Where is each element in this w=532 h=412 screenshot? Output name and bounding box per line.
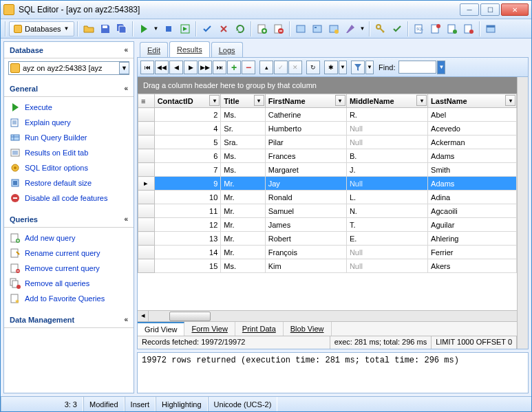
rollback-button[interactable]: ✕ — [288, 61, 302, 74]
chevron-down-icon[interactable]: ▼ — [119, 62, 129, 74]
tool3-button[interactable] — [326, 21, 341, 36]
sql2-button[interactable] — [428, 21, 443, 36]
tool1-button[interactable] — [293, 21, 308, 36]
table-row[interactable]: 10Mr.RonaldL.Adina — [138, 191, 517, 204]
find-dropdown[interactable]: ▼ — [437, 61, 445, 74]
cell-lastname[interactable]: Adams — [428, 149, 517, 163]
cell-contactid[interactable]: 13 — [154, 232, 221, 246]
sidebar-item-add-new-query[interactable]: Add new query — [8, 230, 129, 246]
cell-lastname[interactable]: Abel — [428, 108, 517, 122]
row-header[interactable] — [138, 204, 155, 218]
cell-middlename[interactable]: E. — [346, 232, 427, 246]
cell-contactid[interactable]: 5 — [154, 135, 221, 149]
cell-contactid[interactable]: 9 — [154, 177, 221, 191]
row-header[interactable] — [138, 149, 155, 163]
table-row[interactable]: ▸9Mr.JayNullAdams — [138, 177, 517, 191]
table-row[interactable]: 11Mr.SamuelN.Agcaoili — [138, 204, 517, 218]
column-header-title[interactable]: Title▾ — [221, 94, 265, 108]
cell-firstname[interactable]: Catherine — [265, 108, 346, 122]
tool4-dropdown[interactable]: ▼ — [359, 21, 366, 36]
cell-title[interactable]: Mr. — [221, 177, 265, 191]
output-console[interactable]: 19972 rows returned (execution time: 281… — [137, 352, 529, 393]
tab-print-data[interactable]: Print Data — [235, 322, 284, 336]
tab-results[interactable]: Results — [169, 41, 210, 57]
cell-middlename[interactable]: L. — [346, 191, 427, 204]
cell-firstname[interactable]: François — [265, 246, 346, 259]
cell-lastname[interactable]: Agcaoili — [428, 204, 517, 218]
table-row[interactable]: 6Ms.FrancesB.Adams — [138, 149, 517, 163]
tab-logs[interactable]: Logs — [211, 42, 243, 57]
database-section-header[interactable]: Database « — [4, 42, 134, 58]
cell-middlename[interactable]: Null — [346, 177, 427, 191]
cell-middlename[interactable]: J. — [346, 163, 427, 177]
database-selector[interactable]: ayz on ayz2:54383 [ayz ▼ — [8, 61, 129, 75]
cell-contactid[interactable]: 14 — [154, 246, 221, 259]
cell-title[interactable]: Ms. — [221, 163, 265, 177]
cell-title[interactable]: Ms. — [221, 259, 265, 273]
queries-section-header[interactable]: Queries « — [4, 211, 134, 228]
insert-row-button[interactable]: + — [227, 61, 241, 74]
save-button[interactable] — [98, 21, 113, 36]
row-header[interactable] — [138, 232, 155, 246]
column-filter-icon[interactable]: ▾ — [505, 95, 515, 106]
tool2-button[interactable] — [310, 21, 325, 36]
cell-title[interactable]: Mr. — [221, 246, 265, 259]
row-header[interactable] — [138, 108, 155, 122]
window-button[interactable] — [483, 21, 498, 36]
table-row[interactable]: 15Ms.KimNullAkers — [138, 259, 517, 273]
cell-firstname[interactable]: Pilar — [265, 135, 346, 149]
column-header-firstname[interactable]: FirstName▾ — [265, 94, 346, 108]
row-selector-header[interactable]: ≡ — [138, 94, 155, 108]
cell-lastname[interactable]: Adina — [428, 191, 517, 204]
filter-dropdown[interactable]: ▼ — [365, 61, 374, 74]
cell-lastname[interactable]: Aguilar — [428, 218, 517, 232]
cell-lastname[interactable]: Adams — [428, 177, 517, 191]
nav-last-button[interactable]: ⏭ — [213, 61, 226, 74]
filter-button[interactable] — [351, 61, 365, 74]
nav-next-button[interactable]: ▶ — [184, 61, 198, 74]
row-header[interactable] — [138, 259, 155, 273]
cell-firstname[interactable]: Kim — [265, 259, 346, 273]
cell-title[interactable]: Ms. — [221, 149, 265, 163]
sidebar-item-disable-all-code-features[interactable]: Disable all code features — [8, 191, 129, 206]
sidebar-item-run-query-builder[interactable]: Run Query Builder — [8, 130, 129, 145]
cell-title[interactable]: Mr. — [221, 204, 265, 218]
table-row[interactable]: 12Mr.JamesT.Aguilar — [138, 218, 517, 232]
nav-prev-page-button[interactable]: ◀◀ — [155, 61, 169, 74]
bookmark-button[interactable]: ✱ — [324, 61, 338, 74]
execute-dropdown[interactable]: ▼ — [153, 21, 160, 36]
cell-firstname[interactable]: Humberto — [265, 122, 346, 135]
stop-button[interactable] — [161, 21, 176, 36]
cell-middlename[interactable]: Null — [346, 246, 427, 259]
cancel-button[interactable] — [216, 21, 231, 36]
group-by-bar[interactable]: Drag a column header here to group by th… — [138, 77, 517, 94]
open-button[interactable] — [81, 21, 96, 36]
minimize-button[interactable]: ─ — [460, 3, 479, 16]
explain-button[interactable] — [178, 21, 193, 36]
maximize-button[interactable]: ☐ — [480, 3, 500, 16]
close-button[interactable]: ✕ — [501, 3, 529, 16]
cell-middlename[interactable]: N. — [346, 204, 427, 218]
table-row[interactable]: 14Mr.FrançoisNullFerrier — [138, 246, 517, 259]
cell-contactid[interactable]: 2 — [154, 108, 221, 122]
refresh-button[interactable] — [233, 21, 248, 36]
check-button[interactable] — [200, 21, 215, 36]
column-filter-icon[interactable]: ▾ — [209, 95, 220, 106]
sidebar-item-restore-default-size[interactable]: Restore default size — [8, 175, 129, 191]
commit-button[interactable]: ✓ — [274, 61, 288, 74]
cell-firstname[interactable]: Samuel — [265, 204, 346, 218]
delete-row-button[interactable]: − — [242, 61, 255, 74]
cell-firstname[interactable]: James — [265, 218, 346, 232]
column-header-contactid[interactable]: ContactID▾ — [154, 94, 221, 108]
cell-lastname[interactable]: Ackerman — [428, 135, 517, 149]
cell-title[interactable]: Sr. — [221, 122, 265, 135]
column-filter-icon[interactable]: ▾ — [254, 95, 264, 106]
sidebar-item-remove-current-query[interactable]: Remove current query — [8, 261, 129, 276]
sidebar-item-rename-current-query[interactable]: Rename current query — [8, 246, 129, 261]
row-header[interactable] — [138, 191, 155, 204]
cell-middlename[interactable]: B. — [346, 149, 427, 163]
sql1-button[interactable]: SQL — [412, 21, 427, 36]
cell-middlename[interactable]: T. — [346, 218, 427, 232]
column-header-middlename[interactable]: MiddleName▾ — [346, 94, 427, 108]
cell-contactid[interactable]: 6 — [154, 149, 221, 163]
